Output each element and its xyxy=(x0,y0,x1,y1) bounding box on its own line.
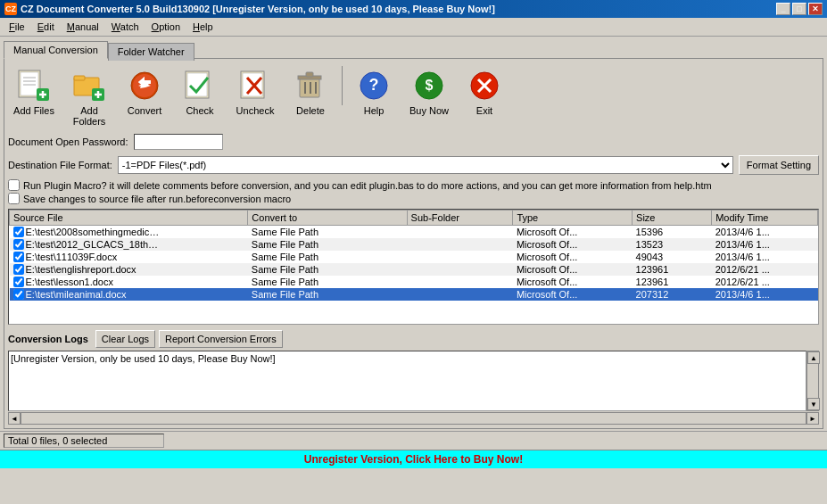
logs-area-wrapper: [Unregister Version, only be used 10 day… xyxy=(8,351,819,411)
help-icon: ? xyxy=(356,68,392,103)
row-convert-2: Same File Path xyxy=(248,251,407,263)
logs-header: Conversion Logs Clear Logs Report Conver… xyxy=(8,330,819,348)
table-row[interactable]: E:\test\lesson1.docx Same File Path Micr… xyxy=(10,276,818,288)
status-text: Total 0 files, 0 selected xyxy=(4,434,164,448)
check-button[interactable]: Check xyxy=(174,66,226,128)
scroll-left-arrow[interactable]: ◄ xyxy=(8,412,21,425)
row-modify-1: 2013/4/6 1... xyxy=(712,238,818,251)
convert-button[interactable]: Convert xyxy=(119,66,170,128)
row-type-1: Microsoft Of... xyxy=(513,238,633,251)
tab-bar: Manual Conversion Folder Watcher xyxy=(0,37,827,58)
row-type-2: Microsoft Of... xyxy=(513,251,633,263)
row-subfolder-0 xyxy=(407,226,513,239)
col-header-size[interactable]: Size xyxy=(633,211,712,226)
col-header-modify[interactable]: Modify Time xyxy=(712,211,818,226)
tab-manual-conversion[interactable]: Manual Conversion xyxy=(4,41,108,59)
menu-help[interactable]: Help xyxy=(187,20,219,34)
menu-file[interactable]: File xyxy=(4,20,30,34)
convert-label: Convert xyxy=(128,105,162,116)
col-header-source[interactable]: Source File xyxy=(10,211,248,226)
row-source-1: E:\test\2012_GLCACS_18th_A... xyxy=(26,239,160,250)
menu-edit[interactable]: Edit xyxy=(32,20,60,34)
main-content: Add Files Add Folders xyxy=(4,58,823,429)
row-checkbox-3[interactable] xyxy=(13,264,24,275)
exit-label: Exit xyxy=(476,105,492,116)
scroll-up-arrow[interactable]: ▲ xyxy=(807,351,820,364)
tab-folder-watcher[interactable]: Folder Watcher xyxy=(108,43,194,61)
save-changes-checkbox[interactable] xyxy=(8,193,20,204)
row-type-3: Microsoft Of... xyxy=(513,263,633,276)
buy-now-label: Buy Now xyxy=(409,105,449,116)
table-row[interactable]: E:\test\2012_GLCACS_18th_A... Same File … xyxy=(10,238,818,251)
table-row[interactable]: E:\test\englishreport.docx Same File Pat… xyxy=(10,263,818,276)
buy-now-button[interactable]: $ Buy Now xyxy=(403,66,455,128)
maximize-button[interactable]: □ xyxy=(792,3,806,15)
plugin-macro-checkbox[interactable] xyxy=(8,179,20,191)
convert-icon xyxy=(127,68,162,103)
row-size-3: 123961 xyxy=(633,263,712,276)
row-type-4: Microsoft Of... xyxy=(513,276,633,288)
toolbar: Add Files Add Folders xyxy=(8,62,819,132)
delete-button[interactable]: Delete xyxy=(285,66,336,128)
row-convert-3: Same File Path xyxy=(248,263,407,276)
row-modify-0: 2013/4/6 1... xyxy=(712,226,818,239)
file-table-container[interactable]: Source File Convert to Sub-Folder Type S… xyxy=(8,209,819,325)
svg-rect-9 xyxy=(74,76,85,80)
row-source-3: E:\test\englishreport.docx xyxy=(26,264,136,275)
exit-button[interactable]: Exit xyxy=(459,66,510,128)
row-checkbox-2[interactable] xyxy=(13,252,24,262)
col-header-convert[interactable]: Convert to xyxy=(248,211,407,226)
help-label: Help xyxy=(364,105,385,116)
scroll-right-arrow[interactable]: ► xyxy=(806,412,819,425)
row-subfolder-5 xyxy=(407,288,513,301)
title-bar: CZ CZ Document Converter 5.0 Build130902… xyxy=(0,0,827,18)
status-bar: Total 0 files, 0 selected xyxy=(0,431,827,450)
row-size-4: 123961 xyxy=(633,276,712,288)
close-button[interactable]: ✕ xyxy=(808,3,823,15)
row-size-5: 207312 xyxy=(633,288,712,301)
table-row[interactable]: E:\test\111039F.docx Same File Path Micr… xyxy=(10,251,818,263)
menu-option[interactable]: Option xyxy=(146,20,186,34)
menu-manual[interactable]: Manual xyxy=(62,20,104,34)
table-row[interactable]: E:\test\mileanimal.docx Same File Path M… xyxy=(10,288,818,301)
logs-title: Conversion Logs xyxy=(8,334,88,344)
password-input[interactable] xyxy=(134,134,223,150)
report-errors-button[interactable]: Report Conversion Errors xyxy=(159,330,283,348)
help-button[interactable]: ? Help xyxy=(348,66,400,128)
add-folders-button[interactable]: Add Folders xyxy=(63,66,115,128)
row-modify-2: 2013/4/6 1... xyxy=(712,251,818,263)
col-header-type[interactable]: Type xyxy=(513,211,633,226)
scroll-down-arrow[interactable]: ▼ xyxy=(807,398,820,410)
checkbox-save: Save changes to source file after run.be… xyxy=(8,192,819,205)
col-header-subfolder[interactable]: Sub-Folder xyxy=(407,211,513,226)
row-type-5: Microsoft Of... xyxy=(513,288,633,301)
table-row[interactable]: E:\test\2008somethingmedical.... Same Fi… xyxy=(10,226,818,239)
scroll-track-h[interactable] xyxy=(21,412,806,425)
toolbar-separator xyxy=(342,66,343,105)
horizontal-scrollbar: ◄ ► xyxy=(8,412,819,425)
clear-logs-button[interactable]: Clear Logs xyxy=(95,330,155,348)
row-checkbox-4[interactable] xyxy=(13,277,24,287)
row-modify-5: 2013/4/6 1... xyxy=(712,288,818,301)
row-type-0: Microsoft Of... xyxy=(513,226,633,239)
buy-banner[interactable]: Unregister Version, Click Here to Buy No… xyxy=(0,450,827,468)
row-convert-5: Same File Path xyxy=(248,288,407,301)
row-source-4: E:\test\lesson1.docx xyxy=(26,277,113,287)
row-checkbox-1[interactable] xyxy=(13,239,24,250)
checkbox-plugin: Run Plugin Macro? it will delete comment… xyxy=(8,178,819,192)
row-checkbox-0[interactable] xyxy=(13,227,24,237)
row-subfolder-1 xyxy=(407,238,513,251)
svg-text:$: $ xyxy=(426,78,434,93)
row-source-2: E:\test\111039F.docx xyxy=(26,252,118,262)
format-select[interactable]: -1=PDF Files(*.pdf) Word Document Text F… xyxy=(118,156,733,174)
row-subfolder-3 xyxy=(407,263,513,276)
menu-watch[interactable]: Watch xyxy=(106,20,145,34)
svg-rect-1 xyxy=(21,72,38,95)
logs-section: Conversion Logs Clear Logs Report Conver… xyxy=(8,330,819,425)
minimize-button[interactable]: _ xyxy=(776,3,790,15)
add-folders-icon xyxy=(71,68,107,103)
add-files-button[interactable]: Add Files xyxy=(8,66,60,128)
row-checkbox-5[interactable] xyxy=(13,289,24,300)
format-setting-button[interactable]: Format Setting xyxy=(739,155,819,175)
uncheck-button[interactable]: Uncheck xyxy=(229,66,281,128)
